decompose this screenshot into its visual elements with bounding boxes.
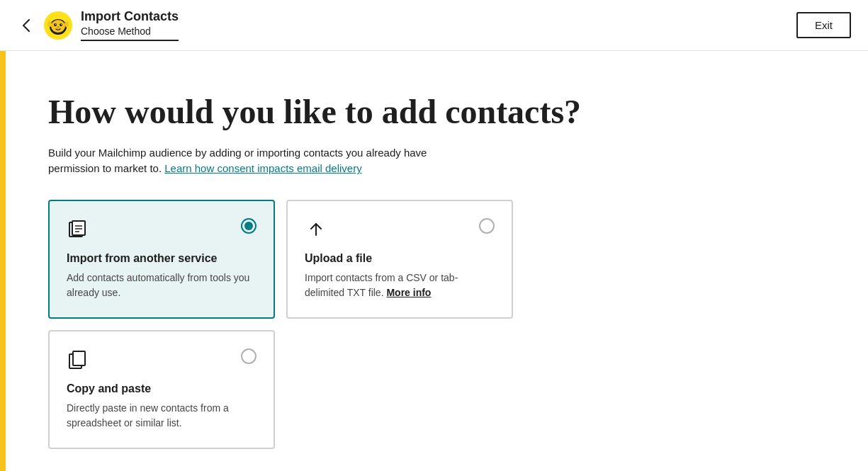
svg-point-7 (57, 26, 60, 28)
svg-point-9 (64, 21, 69, 27)
yellow-bar (0, 51, 6, 471)
copy-paste-icon (67, 348, 89, 371)
header: Import Contacts Choose Method Exit (0, 0, 868, 51)
back-button[interactable] (17, 16, 35, 35)
upload-icon (305, 218, 327, 241)
option-title-3: Copy and paste (67, 382, 257, 395)
option-desc-1: Add contacts automatically from tools yo… (67, 271, 257, 300)
option-desc-3: Directly paste in new contacts from a sp… (67, 401, 257, 431)
svg-point-5 (55, 23, 56, 24)
mailchimp-logo (44, 11, 72, 40)
option-card-copy-paste[interactable]: Copy and paste Directly paste in new con… (48, 330, 275, 449)
option-card-header-3 (67, 348, 257, 371)
svg-point-3 (54, 23, 57, 26)
svg-point-4 (60, 23, 62, 26)
header-title: Import Contacts (81, 9, 179, 25)
page-description: Build your Mailchimp audience by adding … (48, 145, 445, 177)
options-grid: Import from another service Add contacts… (48, 200, 601, 449)
option-card-upload-file[interactable]: Upload a file Import contacts from a CSV… (286, 200, 513, 319)
option-card-header-2 (305, 218, 495, 241)
svg-rect-11 (72, 221, 85, 235)
option-title-1: Import from another service (67, 252, 257, 265)
main-content: How would you like to add contacts? Buil… (6, 51, 643, 471)
option-desc-2: Import contacts from a CSV or tab-delimi… (305, 271, 495, 300)
option-title-2: Upload a file (305, 252, 495, 265)
svg-point-8 (47, 21, 52, 27)
svg-rect-17 (73, 351, 85, 365)
import-service-icon (67, 218, 89, 241)
page-body: How would you like to add contacts? Buil… (0, 51, 868, 471)
header-left: Import Contacts Choose Method (17, 9, 179, 40)
page-heading: How would you like to add contacts? (48, 93, 601, 131)
svg-point-6 (61, 23, 62, 24)
header-subtitle: Choose Method (81, 25, 179, 41)
radio-import-service[interactable] (241, 218, 257, 234)
option-card-import-service[interactable]: Import from another service Add contacts… (48, 200, 275, 319)
more-info-link[interactable]: More info (386, 287, 431, 298)
exit-button[interactable]: Exit (796, 12, 851, 38)
upload-desc-text: Import contacts from a CSV or tab-delimi… (305, 272, 458, 298)
radio-copy-paste[interactable] (241, 348, 257, 364)
radio-upload-file[interactable] (479, 218, 495, 234)
header-title-block: Import Contacts Choose Method (81, 9, 179, 40)
learn-link[interactable]: Learn how consent impacts email delivery (164, 162, 361, 174)
option-card-header-1 (67, 218, 257, 241)
